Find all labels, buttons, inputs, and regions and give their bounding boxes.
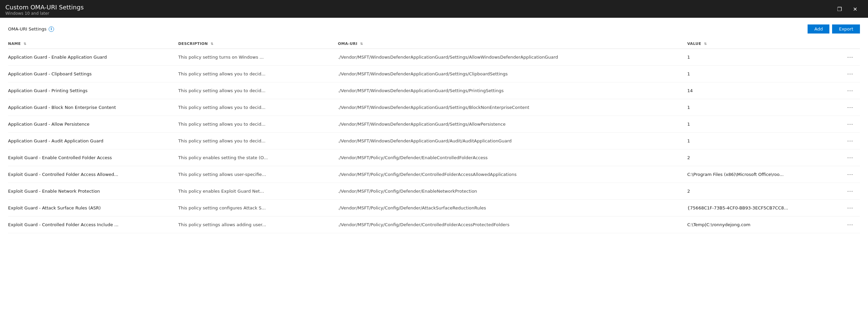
cell-value: {75668C1F-73B5-4CF0-BB93-3ECF5CB7CC8... <box>687 200 843 216</box>
cell-description: This policy setting allows user-specifie… <box>178 166 338 183</box>
page-title: Custom OMA-URI Settings <box>5 3 84 11</box>
row-menu-button[interactable]: ··· <box>844 70 856 78</box>
table-row: Application Guard - Audit Application Gu… <box>8 133 860 149</box>
cell-oma-uri: ./Vendor/MSFT/Policy/Config/Defender/Con… <box>338 216 687 233</box>
cell-actions: ··· <box>843 116 860 133</box>
row-menu-button[interactable]: ··· <box>844 53 856 61</box>
col-header-value[interactable]: VALUE ⇅ <box>687 39 843 49</box>
cell-name: Exploit Guard - Controlled Folder Access… <box>8 216 178 233</box>
cell-actions: ··· <box>843 149 860 166</box>
content-area: OMA-URI Settings i Add Export NAME ⇅ DES… <box>0 18 868 233</box>
section-title: OMA-URI Settings <box>8 27 46 32</box>
cell-description: This policy setting allows you to decid.… <box>178 116 338 133</box>
title-bar: Custom OMA-URI Settings Windows 10 and l… <box>0 0 868 18</box>
cell-actions: ··· <box>843 183 860 200</box>
table-row: Application Guard - Allow PersistenceThi… <box>8 116 860 133</box>
cell-description: This policy enables setting the state (O… <box>178 149 338 166</box>
cell-description: This policy settings allows adding user.… <box>178 216 338 233</box>
cell-oma-uri: ./Vendor/MSFT/WindowsDefenderApplication… <box>338 116 687 133</box>
cell-actions: ··· <box>843 82 860 99</box>
sort-icon-name: ⇅ <box>24 42 27 45</box>
table-row: Application Guard - Printing SettingsThi… <box>8 82 860 99</box>
cell-description: This policy setting allows you to decid.… <box>178 66 338 82</box>
add-button[interactable]: Add <box>808 25 829 34</box>
cell-name: Exploit Guard - Enable Controlled Folder… <box>8 149 178 166</box>
cell-oma-uri: ./Vendor/MSFT/WindowsDefenderApplication… <box>338 133 687 149</box>
cell-value: 1 <box>687 133 843 149</box>
export-button[interactable]: Export <box>832 25 860 34</box>
cell-name: Exploit Guard - Enable Network Protectio… <box>8 183 178 200</box>
cell-actions: ··· <box>843 133 860 149</box>
window-controls: ❐ ✕ <box>832 3 863 15</box>
cell-value: 1 <box>687 99 843 116</box>
cell-name: Application Guard - Audit Application Gu… <box>8 133 178 149</box>
title-bar-left: Custom OMA-URI Settings Windows 10 and l… <box>5 3 84 16</box>
page-subtitle: Windows 10 and later <box>5 11 84 16</box>
table-row: Application Guard - Clipboard SettingsTh… <box>8 66 860 82</box>
cell-actions: ··· <box>843 200 860 216</box>
cell-name: Application Guard - Clipboard Settings <box>8 66 178 82</box>
table-row: Exploit Guard - Controlled Folder Access… <box>8 166 860 183</box>
table-row: Application Guard - Enable Application G… <box>8 49 860 66</box>
col-header-description[interactable]: DESCRIPTION ⇅ <box>178 39 338 49</box>
col-header-actions <box>843 39 860 49</box>
section-label: OMA-URI Settings i <box>8 27 54 32</box>
table-header-row: NAME ⇅ DESCRIPTION ⇅ OMA-URI ⇅ VALUE ⇅ <box>8 39 860 49</box>
cell-actions: ··· <box>843 166 860 183</box>
cell-name: Application Guard - Enable Application G… <box>8 49 178 66</box>
toolbar: OMA-URI Settings i Add Export <box>8 25 860 34</box>
cell-description: This policy setting turns on Windows ... <box>178 49 338 66</box>
row-menu-button[interactable]: ··· <box>844 170 856 179</box>
cell-description: This policy setting allows you to decid.… <box>178 133 338 149</box>
cell-actions: ··· <box>843 216 860 233</box>
cell-name: Exploit Guard - Controlled Folder Access… <box>8 166 178 183</box>
action-buttons: Add Export <box>808 25 860 34</box>
cell-value: 14 <box>687 82 843 99</box>
table-row: Exploit Guard - Enable Controlled Folder… <box>8 149 860 166</box>
cell-name: Application Guard - Allow Persistence <box>8 116 178 133</box>
row-menu-button[interactable]: ··· <box>844 153 856 162</box>
col-header-oma-uri[interactable]: OMA-URI ⇅ <box>338 39 687 49</box>
cell-actions: ··· <box>843 66 860 82</box>
cell-actions: ··· <box>843 99 860 116</box>
cell-oma-uri: ./Vendor/MSFT/Policy/Config/Defender/Ena… <box>338 149 687 166</box>
sort-icon-oma: ⇅ <box>360 42 363 45</box>
row-menu-button[interactable]: ··· <box>844 187 856 196</box>
cell-description: This policy setting allows you to decid.… <box>178 99 338 116</box>
sort-icon-desc: ⇅ <box>211 42 214 45</box>
cell-oma-uri: ./Vendor/MSFT/WindowsDefenderApplication… <box>338 49 687 66</box>
row-menu-button[interactable]: ··· <box>844 220 856 229</box>
cell-value: C:\Temp|C:\ronnydejong.com <box>687 216 843 233</box>
cell-description: This policy setting configures Attack S.… <box>178 200 338 216</box>
cell-oma-uri: ./Vendor/MSFT/WindowsDefenderApplication… <box>338 66 687 82</box>
col-header-name[interactable]: NAME ⇅ <box>8 39 178 49</box>
cell-name: Exploit Guard - Attack Surface Rules (AS… <box>8 200 178 216</box>
cell-value: C:\Program Files (x86)\Microsoft Office\… <box>687 166 843 183</box>
row-menu-button[interactable]: ··· <box>844 103 856 112</box>
cell-value: 2 <box>687 149 843 166</box>
table-row: Exploit Guard - Controlled Folder Access… <box>8 216 860 233</box>
cell-oma-uri: ./Vendor/MSFT/Policy/Config/Defender/Att… <box>338 200 687 216</box>
cell-description: This policy enables Exploit Guard Net... <box>178 183 338 200</box>
cell-value: 1 <box>687 66 843 82</box>
cell-description: This policy setting allows you to decid.… <box>178 82 338 99</box>
cell-name: Application Guard - Printing Settings <box>8 82 178 99</box>
cell-oma-uri: ./Vendor/MSFT/Policy/Config/Defender/Ena… <box>338 183 687 200</box>
close-button[interactable]: ✕ <box>847 3 863 15</box>
oma-uri-table: NAME ⇅ DESCRIPTION ⇅ OMA-URI ⇅ VALUE ⇅ <box>8 39 860 233</box>
table-row: Application Guard - Block Non Enterprise… <box>8 99 860 116</box>
row-menu-button[interactable]: ··· <box>844 137 856 145</box>
row-menu-button[interactable]: ··· <box>844 120 856 128</box>
info-icon[interactable]: i <box>49 27 54 32</box>
row-menu-button[interactable]: ··· <box>844 204 856 212</box>
cell-oma-uri: ./Vendor/MSFT/Policy/Config/Defender/Con… <box>338 166 687 183</box>
cell-value: 1 <box>687 49 843 66</box>
table-row: Exploit Guard - Attack Surface Rules (AS… <box>8 200 860 216</box>
restore-button[interactable]: ❐ <box>832 3 847 15</box>
cell-name: Application Guard - Block Non Enterprise… <box>8 99 178 116</box>
cell-value: 2 <box>687 183 843 200</box>
cell-oma-uri: ./Vendor/MSFT/WindowsDefenderApplication… <box>338 99 687 116</box>
sort-icon-val: ⇅ <box>704 42 707 45</box>
row-menu-button[interactable]: ··· <box>844 86 856 95</box>
cell-oma-uri: ./Vendor/MSFT/WindowsDefenderApplication… <box>338 82 687 99</box>
